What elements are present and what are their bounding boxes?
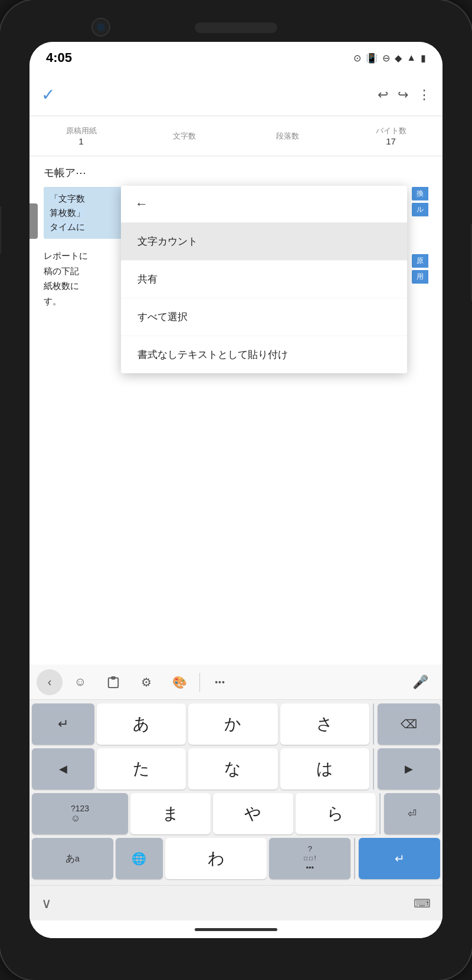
kb-col-sep <box>373 703 374 745</box>
kb-enter-blue[interactable]: ↵ <box>359 838 440 879</box>
kb-col-sep3 <box>379 793 381 834</box>
stat-paragraphs: 段落数 <box>236 131 339 142</box>
kb-key-ma[interactable]: ま <box>130 793 211 834</box>
kb-key-ka[interactable]: か <box>188 703 277 745</box>
dnd-icon: ⊖ <box>382 52 390 64</box>
kb-back-button[interactable]: ‹ <box>37 669 63 695</box>
stat-paragraphs-label: 段落数 <box>236 131 339 142</box>
home-indicator <box>30 920 442 938</box>
kb-gear-button[interactable]: ⚙ <box>131 669 162 695</box>
kb-palette-button[interactable]: 🎨 <box>164 669 195 695</box>
kb-row-3: ?123 ☺ ま や ら ⏎ <box>32 793 440 834</box>
camera <box>91 18 110 37</box>
badge-用: 用 <box>412 270 428 284</box>
stat-chars: 文字数 <box>133 131 236 142</box>
kb-key-ha[interactable]: は <box>280 748 369 790</box>
collapse-keyboard-button[interactable]: ∨ <box>41 895 52 912</box>
kb-return-key[interactable]: ⏎ <box>384 793 440 834</box>
keyboard-area: ‹ ☺ ⚙ 🎨 ••• 🎤 ↵ あ か さ <box>30 665 442 938</box>
keyboard-toggle-icon[interactable]: ⌨ <box>414 896 431 910</box>
doc-highlight-text: 「文字数算枚数」タイムに <box>50 193 85 232</box>
kb-row-1: ↵ あ か さ ⌫ <box>32 703 440 745</box>
stat-genko: 原稿用紙 1 <box>30 126 133 146</box>
status-icons: ⊙ 📳 ⊖ ◆ ▲ ▮ <box>353 52 426 64</box>
kb-key-ra[interactable]: ら <box>296 793 376 834</box>
dropdown-header: ← <box>121 186 407 223</box>
kb-kana-toggle[interactable]: あa <box>32 838 113 879</box>
menu-item-share[interactable]: 共有 <box>121 261 407 298</box>
badge-ル: ル <box>412 203 428 216</box>
stat-bytes-label: バイト数 <box>339 126 442 136</box>
kb-col-sep4 <box>354 838 355 879</box>
home-bar <box>195 928 277 931</box>
dropdown-back-icon[interactable]: ← <box>135 196 148 211</box>
more-button[interactable]: ⋮ <box>418 87 431 103</box>
sidebar-marker <box>30 203 38 239</box>
redo-button[interactable]: ↪ <box>398 87 408 103</box>
stat-genko-label: 原稿用紙 <box>30 126 133 136</box>
vibrate-icon: 📳 <box>366 52 378 64</box>
stat-chars-label: 文字数 <box>133 131 236 142</box>
signal-icon: ▲ <box>407 52 416 63</box>
doc-title: モ帳ア⋯ <box>44 166 428 180</box>
kb-more-button[interactable]: ••• <box>205 669 235 695</box>
kb-mic-button[interactable]: 🎤 <box>405 669 435 695</box>
status-bar: 4:05 ⊙ 📳 ⊖ ◆ ▲ ▮ <box>30 42 442 74</box>
kb-left[interactable]: ◀ <box>32 748 94 790</box>
kb-globe[interactable]: 🌐 <box>116 838 163 879</box>
kb-punct[interactable]: ? □ □ ! ••• <box>269 838 350 879</box>
app-toolbar: ✓ ↩ ↪ ⋮ <box>30 74 442 116</box>
menu-item-paste-plain[interactable]: 書式なしテキストとして貼り付け <box>121 336 407 373</box>
menu-item-character-count[interactable]: 文字カウント <box>121 223 407 261</box>
bottom-bar: ∨ ⌨ <box>30 885 442 920</box>
screen: 4:05 ⊙ 📳 ⊖ ◆ ▲ ▮ ✓ ↩ ↪ ⋮ 原稿用紙 <box>30 42 442 938</box>
keyboard-toolbar: ‹ ☺ ⚙ 🎨 ••• 🎤 <box>30 665 442 700</box>
menu-item-select-all[interactable]: すべて選択 <box>121 298 407 336</box>
kb-key-ta[interactable]: た <box>97 748 186 790</box>
kb-emoji-button[interactable]: ☺ <box>65 669 96 695</box>
undo-button[interactable]: ↩ <box>378 87 388 103</box>
document-area[interactable]: モ帳ア⋯ 「文字数算枚数」タイムに レポートに稿の下記紙枚数にす。 換 ル 原 … <box>30 156 442 665</box>
kb-right[interactable]: ▶ <box>378 748 440 790</box>
battery-icon: ▮ <box>421 52 426 64</box>
kb-key-wa[interactable]: わ <box>165 838 267 879</box>
kb-key-a[interactable]: あ <box>97 703 186 745</box>
badge-原: 原 <box>412 254 428 268</box>
kb-key-na[interactable]: な <box>188 748 277 790</box>
dropdown-menu: ← 文字カウント 共有 すべて選択 書式なしテキストとして貼り付け <box>121 186 407 373</box>
kb-num-emoji[interactable]: ?123 ☺ <box>32 793 128 834</box>
status-time: 4:05 <box>46 50 72 65</box>
stat-bytes: バイト数 17 <box>339 126 442 146</box>
volume-button <box>0 206 1 254</box>
speaker <box>195 22 277 33</box>
stat-bytes-value: 17 <box>339 136 442 146</box>
stat-genko-value: 1 <box>30 136 133 146</box>
kb-backspace[interactable]: ⌫ <box>378 703 440 745</box>
badge-換: 換 <box>412 187 428 200</box>
location-icon: ⊙ <box>353 52 361 64</box>
stats-row: 原稿用紙 1 文字数 段落数 バイト数 17 <box>30 116 442 156</box>
wifi-icon: ◆ <box>395 52 402 64</box>
kb-key-ya[interactable]: や <box>213 793 293 834</box>
kb-clipboard-button[interactable] <box>98 669 129 695</box>
phone-frame: 4:05 ⊙ 📳 ⊖ ◆ ▲ ▮ ✓ ↩ ↪ ⋮ 原稿用紙 <box>0 0 472 980</box>
kb-row-4: あa 🌐 わ ? □ □ ! ••• ↵ <box>32 838 440 879</box>
kb-enter-top[interactable]: ↵ <box>32 703 94 745</box>
kb-separator <box>199 673 200 692</box>
check-button[interactable]: ✓ <box>41 85 55 104</box>
keyboard-rows: ↵ あ か さ ⌫ ◀ た な は ▶ <box>30 700 442 885</box>
kb-key-sa[interactable]: さ <box>280 703 369 745</box>
kb-col-sep2 <box>373 748 374 790</box>
kb-row-2: ◀ た な は ▶ <box>32 748 440 790</box>
